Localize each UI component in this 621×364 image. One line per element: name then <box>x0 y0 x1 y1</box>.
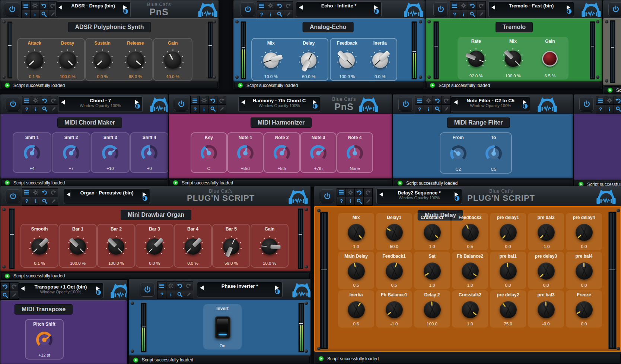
power-button[interactable] <box>5 2 19 16</box>
fb-balance1-knob[interactable] <box>386 301 403 318</box>
bar-5-knob[interactable] <box>223 238 239 255</box>
zoom-button[interactable] <box>1 291 9 299</box>
help-button[interactable]: ? <box>191 105 199 113</box>
redo-button[interactable] <box>477 1 485 10</box>
compare-icon[interactable] <box>374 9 379 16</box>
preset-prev-icon[interactable] <box>58 4 63 9</box>
preset-prev-icon[interactable] <box>200 285 204 289</box>
settings-button[interactable] <box>346 189 354 197</box>
sat-knob[interactable] <box>424 262 441 280</box>
shift-1-knob[interactable] <box>24 145 40 161</box>
mix-knob[interactable] <box>348 224 365 241</box>
preset-prev-icon[interactable] <box>21 286 25 290</box>
info-button[interactable]: i <box>346 197 354 205</box>
undo-button[interactable] <box>355 189 363 197</box>
undo-button[interactable] <box>40 96 49 104</box>
menu-button[interactable] <box>415 96 424 104</box>
power-button[interactable] <box>6 189 20 203</box>
power-button[interactable] <box>320 189 334 203</box>
power-button[interactable] <box>6 97 20 111</box>
compare-icon[interactable] <box>522 103 528 110</box>
preset-selector[interactable]: Note Filter - C2 to C5Window Opacity:100… <box>451 96 530 112</box>
crosstalk1-knob[interactable] <box>424 224 441 241</box>
bar-3-knob[interactable] <box>146 238 163 255</box>
redo-button[interactable] <box>284 1 293 10</box>
preset-prev-icon[interactable] <box>491 4 496 9</box>
zoom-button[interactable] <box>175 290 184 299</box>
bar-2-knob[interactable] <box>108 238 124 255</box>
note-2-knob[interactable] <box>274 145 290 161</box>
to-knob[interactable] <box>485 145 502 162</box>
edit-button[interactable] <box>364 197 372 205</box>
redo-button[interactable] <box>184 282 193 290</box>
compare-icon[interactable] <box>454 196 460 203</box>
from-knob[interactable] <box>450 145 466 162</box>
preset-selector[interactable]: Phase Inverter * <box>197 282 283 297</box>
menu-button[interactable] <box>257 1 266 10</box>
gain-knob[interactable] <box>261 238 278 255</box>
menu-button[interactable] <box>596 96 605 104</box>
power-button[interactable] <box>174 97 188 111</box>
menu-button[interactable] <box>191 96 199 104</box>
settings-button[interactable] <box>459 1 468 10</box>
note-1-knob[interactable] <box>237 145 254 161</box>
info-button[interactable]: i <box>459 10 468 18</box>
pre-delay1-knob[interactable] <box>500 224 517 241</box>
help-button[interactable]: ? <box>157 290 166 299</box>
power-button[interactable] <box>608 2 621 16</box>
preset-prev-icon[interactable] <box>61 99 66 104</box>
sustain-knob[interactable] <box>94 52 111 69</box>
crosstalk2-knob[interactable] <box>462 301 479 318</box>
zoom-button[interactable] <box>614 105 621 113</box>
info-button[interactable]: i <box>31 105 40 113</box>
undo-button[interactable] <box>275 1 284 10</box>
feedback1-knob[interactable] <box>386 262 403 280</box>
note-4-knob[interactable] <box>347 145 363 161</box>
edit-button[interactable] <box>284 10 293 18</box>
preset-prev-icon[interactable] <box>379 191 384 196</box>
help-button[interactable]: ? <box>22 10 30 18</box>
pre-bal3-knob[interactable] <box>538 301 555 318</box>
zoom-button[interactable] <box>208 105 217 113</box>
undo-button[interactable] <box>175 282 184 290</box>
help-button[interactable]: ? <box>596 105 605 113</box>
redo-button[interactable] <box>49 189 58 197</box>
rate-knob[interactable] <box>468 51 484 67</box>
preset-selector[interactable]: Transpose +1 Oct (bin)Window Opacity:100… <box>18 283 104 298</box>
inertia-knob[interactable] <box>348 301 365 318</box>
pre-delay2-knob[interactable] <box>500 301 517 318</box>
help-button[interactable]: ? <box>450 10 459 18</box>
menu-button[interactable] <box>450 1 459 10</box>
power-button[interactable] <box>579 97 594 111</box>
pitch-shift-knob[interactable] <box>36 332 52 348</box>
zoom-button[interactable] <box>39 10 48 18</box>
pre-bal2-knob[interactable] <box>538 224 555 241</box>
undo-button[interactable] <box>39 1 48 10</box>
compare-icon[interactable] <box>96 290 101 297</box>
feedback-knob[interactable] <box>339 52 355 68</box>
edit-button[interactable] <box>184 290 193 299</box>
compare-icon[interactable] <box>135 103 140 110</box>
settings-button[interactable] <box>605 96 614 104</box>
preset-selector[interactable]: Chord - 7Window Opacity:100% <box>58 96 143 112</box>
edit-button[interactable] <box>477 10 485 18</box>
help-button[interactable]: ? <box>415 105 424 113</box>
compare-icon[interactable] <box>123 9 128 16</box>
zoom-button[interactable] <box>40 197 49 205</box>
edit-button[interactable] <box>217 105 226 113</box>
compare-icon[interactable] <box>566 9 572 16</box>
preset-selector[interactable]: Organ - Percusive (bin) <box>64 189 150 204</box>
note-3-knob[interactable] <box>310 145 327 161</box>
undo-button[interactable] <box>433 96 442 104</box>
undo-button[interactable] <box>468 1 477 10</box>
preset-selector[interactable]: Harmony - 7th Chord CWindow Opacity:100% <box>238 96 320 112</box>
help-button[interactable]: ? <box>22 105 31 113</box>
menu-button[interactable] <box>337 189 345 197</box>
fb-balance2-knob[interactable] <box>462 262 479 280</box>
delay-2-knob[interactable] <box>424 301 441 318</box>
preset-selector[interactable]: Delay2 Sequence *Window Opacity:100% <box>376 189 462 204</box>
smooth-knob[interactable] <box>31 238 48 255</box>
help-button[interactable]: ? <box>257 10 266 18</box>
edit-button[interactable] <box>442 105 450 113</box>
redo-button[interactable] <box>442 96 450 104</box>
